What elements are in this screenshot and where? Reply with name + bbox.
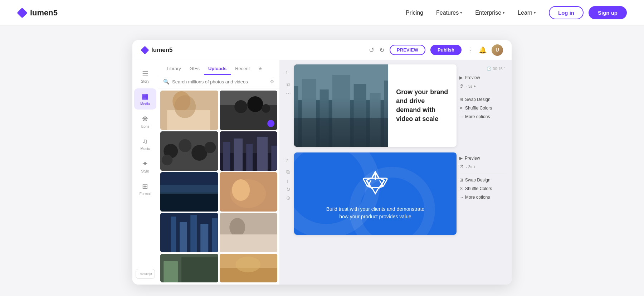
ctrl-more-2[interactable]: ··· More options: [459, 194, 506, 201]
svg-rect-52: [370, 93, 381, 147]
ctrl-shuffle-2[interactable]: ✕ Shuffle Colors: [459, 185, 506, 192]
svg-rect-48: [302, 79, 316, 147]
canvas-area: 1 ⧉ ⋯: [280, 60, 512, 285]
slide-1-headline: Grow your brand and drive demand with vi…: [396, 88, 449, 124]
svg-rect-33: [190, 215, 197, 252]
slide-row-2: 2 ⧉ ↕ ↻ ⊙: [280, 152, 512, 235]
more-options-icon[interactable]: ⋮: [467, 46, 474, 54]
icons-icon: ❋: [142, 115, 148, 123]
media-thumbnail[interactable]: [160, 131, 218, 171]
media-grid: [158, 88, 279, 285]
selected-badge: [267, 120, 274, 127]
media-thumbnail[interactable]: [160, 91, 218, 130]
sidebar-transcript[interactable]: Transcript: [136, 269, 155, 279]
publish-button[interactable]: Publish: [430, 45, 462, 55]
chevron-down-icon: ▾: [534, 10, 536, 15]
svg-rect-41: [181, 257, 218, 282]
media-thumbnail[interactable]: [220, 131, 278, 171]
slide-settings-icon[interactable]: ⋯: [286, 91, 291, 96]
sidebar-item-media[interactable]: ▦ Media: [134, 88, 156, 110]
preview-button[interactable]: PREVIEW: [390, 45, 425, 55]
media-thumbnail[interactable]: [160, 254, 218, 282]
ctrl-preview-1[interactable]: ▶ Preview: [459, 74, 506, 81]
play-icon-2: ▶: [459, 156, 463, 161]
media-thumbnail[interactable]: [160, 213, 218, 252]
nav-features[interactable]: Features ▾: [436, 10, 462, 16]
tab-favorites[interactable]: ★: [254, 63, 267, 75]
app-window: lumen5 ↺ ↻ PREVIEW Publish ⋮ 🔔 U ☰ Story: [132, 40, 512, 285]
filter-icon[interactable]: ⚙: [270, 79, 274, 84]
slide-repeat-icon[interactable]: ↻: [286, 186, 291, 192]
sidebar-item-icons[interactable]: ❋ Icons: [134, 111, 156, 132]
clock-icon: 🕐: [487, 67, 492, 71]
tab-uploads[interactable]: Uploads: [204, 63, 231, 75]
svg-rect-50: [332, 75, 350, 147]
swap-icon-2: ⊞: [459, 178, 463, 183]
ctrl-timer-2[interactable]: ⏱ - 3s +: [459, 163, 506, 170]
ctrl-swap-1[interactable]: ⊞ Swap Design: [459, 96, 506, 103]
signup-button[interactable]: Sign up: [589, 6, 627, 19]
sidebar-item-style[interactable]: ✦ Style: [134, 156, 156, 177]
media-thumbnail[interactable]: [220, 172, 278, 212]
slide-copy-icon[interactable]: ⧉: [287, 82, 290, 88]
slide-arrows-icon[interactable]: ↕: [286, 178, 291, 184]
media-thumbnail[interactable]: [160, 172, 218, 212]
media-thumbnail[interactable]: [220, 254, 278, 282]
svg-point-10: [262, 104, 270, 113]
bell-icon[interactable]: 🔔: [479, 46, 487, 54]
swap-icon: ⊞: [459, 97, 463, 102]
svg-rect-38: [220, 234, 278, 252]
ctrl-shuffle-1[interactable]: ✕ Shuffle Colors: [459, 105, 506, 112]
sidebar-item-music[interactable]: ♫ Music: [134, 134, 156, 154]
slide-number-2: 2: [286, 155, 291, 163]
search-bar: 🔍 ⚙: [158, 75, 279, 88]
nav-enterprise[interactable]: Enterprise ▾: [475, 10, 505, 16]
slide-2[interactable]: Build trust with your clients and demons…: [294, 152, 457, 235]
slide-1-controls: 🕐 00:15 ˅ ▶ Preview ⏱ - 3s +: [459, 64, 506, 120]
svg-rect-46: [294, 100, 388, 147]
svg-rect-30: [160, 213, 218, 252]
svg-rect-40: [164, 261, 178, 282]
slide-1-content: Grow your brand and drive demand with vi…: [294, 64, 457, 147]
slide-time: 🕐 00:15 ˅: [459, 67, 506, 71]
nav-buttons: Log in Sign up: [549, 6, 627, 19]
svg-rect-31: [171, 217, 176, 252]
svg-rect-53: [384, 81, 389, 147]
recycle-icon: [359, 167, 391, 199]
ctrl-timer-1[interactable]: ⏱ - 3s +: [459, 83, 506, 90]
chevron-down-icon: ▾: [460, 10, 462, 15]
svg-point-29: [232, 179, 250, 201]
ctrl-preview-2[interactable]: ▶ Preview: [459, 155, 506, 162]
slide-copy-icon-2[interactable]: ⧉: [286, 169, 291, 175]
shuffle-icon: ✕: [459, 106, 463, 111]
slide-2-content: Build trust with your clients and demons…: [294, 152, 457, 235]
ctrl-swap-2[interactable]: ⊞ Swap Design: [459, 176, 506, 184]
nav-learn[interactable]: Learn ▾: [518, 10, 536, 16]
media-thumbnail[interactable]: [220, 213, 278, 252]
tab-recent[interactable]: Recent: [231, 63, 254, 75]
sidebar-item-format[interactable]: ⊞ Format: [134, 178, 156, 199]
slide-camera-icon[interactable]: ⊙: [286, 195, 291, 201]
svg-point-8: [234, 100, 247, 113]
tab-library[interactable]: Library: [162, 63, 185, 75]
login-button[interactable]: Log in: [549, 6, 584, 19]
avatar[interactable]: U: [492, 44, 503, 56]
search-input[interactable]: [172, 79, 267, 84]
nav-logo[interactable]: lumen5: [17, 8, 58, 18]
svg-rect-25: [160, 192, 218, 212]
svg-rect-20: [234, 139, 243, 171]
svg-rect-35: [212, 218, 218, 252]
slide-1[interactable]: Grow your brand and drive demand with vi…: [294, 64, 457, 147]
undo-button[interactable]: ↺: [369, 46, 374, 54]
slide-1-text: Grow your brand and drive demand with vi…: [388, 64, 457, 147]
sidebar-item-story[interactable]: ☰ Story: [134, 66, 156, 87]
tab-gifs[interactable]: GIFs: [185, 63, 204, 75]
svg-rect-32: [180, 222, 187, 252]
search-icon: 🔍: [163, 79, 169, 84]
ctrl-more-1[interactable]: ··· More options: [459, 113, 506, 120]
redo-button[interactable]: ↻: [379, 46, 385, 54]
svg-rect-54: [294, 118, 388, 147]
media-thumbnail[interactable]: [220, 91, 278, 130]
nav-pricing[interactable]: Pricing: [406, 10, 423, 16]
slide-row-1: 1 ⧉ ⋯: [280, 64, 512, 147]
